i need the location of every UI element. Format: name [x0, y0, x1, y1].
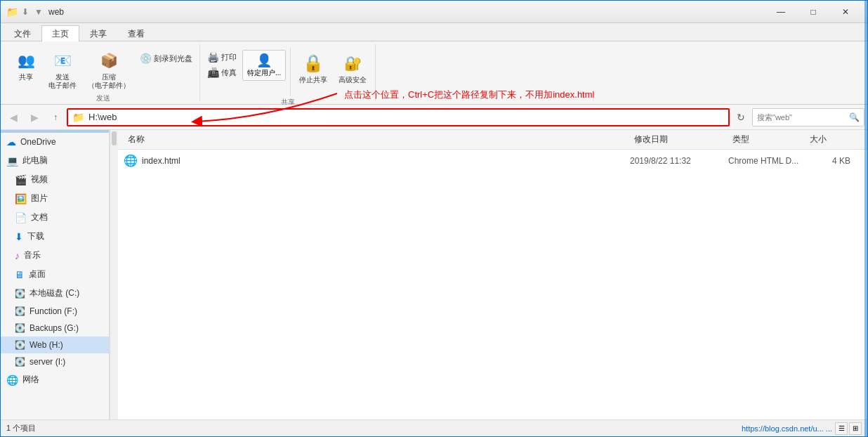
network-icon: 🌐 — [6, 374, 18, 386]
sidebar-item-web-h[interactable]: 💽 Web (H:) — [1, 337, 109, 353]
sidebar-scroll-thumb — [112, 131, 117, 145]
col-name[interactable]: 名称 — [124, 132, 630, 147]
window-title: web — [48, 7, 765, 17]
pictures-icon: 🖼️ — [15, 193, 27, 204]
explorer-window: 📁 ⬇ ▼ web — □ ✕ 文件 主页 共享 查看 — [0, 0, 868, 437]
sidebar-item-server-i[interactable]: 💽 server (I:) — [1, 353, 109, 370]
status-bar: 1 个项目 https://blog.csdn.net/u... ... ☰ ⊞ — [1, 419, 867, 436]
file-row-index-html[interactable]: 🌐 index.html 2019/8/22 11:32 Chrome HTML… — [118, 150, 867, 172]
main-area: ☁ OneDrive 💻 此电脑 🎬 视频 🖼️ 图片 📄 文档 ⬇ 下载 — [1, 130, 867, 419]
ribbon-share-group: 🖨️ 打印 📠 传真 👤 特定用户... — [200, 44, 376, 101]
desktop-icon: 🖥 — [15, 269, 25, 280]
videos-icon: 🎬 — [15, 174, 27, 185]
status-url: https://blog.csdn.net/u... ... — [742, 424, 832, 433]
col-type[interactable]: 类型 — [728, 132, 805, 147]
col-size[interactable]: 大小 — [805, 132, 862, 147]
compress-button[interactable]: 📦 压缩（电子邮件） — [84, 47, 134, 92]
back-button[interactable]: ◀ — [4, 107, 23, 127]
print-icon: 🖨️ — [207, 51, 219, 63]
sidebar-item-pictures[interactable]: 🖼️ 图片 — [1, 189, 109, 208]
specific-user-col: 👤 特定用户... — [242, 50, 286, 96]
title-bar-icons: 📁 ⬇ ▼ — [6, 6, 44, 18]
this-pc-icon: 💻 — [6, 155, 18, 167]
large-icons-view-icon[interactable]: ⊞ — [849, 422, 862, 435]
tab-share[interactable]: 共享 — [79, 25, 117, 41]
search-bar: 🔍 — [752, 108, 864, 126]
email-icon: 📧 — [51, 49, 74, 72]
share-group-content: 🖨️ 打印 📠 传真 👤 特定用户... — [204, 47, 371, 96]
compress-icon: 📦 — [98, 49, 120, 72]
address-bar[interactable]: 📁 H:\web — [67, 108, 730, 126]
status-item-count: 1 个项目 — [6, 423, 36, 433]
address-bar-container: 📁 H:\web — [67, 108, 730, 126]
local-c-icon: 💽 — [15, 289, 25, 299]
file-name: index.html — [142, 156, 630, 166]
sidebar-item-function-f[interactable]: 💽 Function (F:) — [1, 303, 109, 320]
sidebar-item-onedrive[interactable]: ☁ OneDrive — [1, 133, 109, 151]
tab-home[interactable]: 主页 — [41, 25, 79, 41]
advanced-security-button[interactable]: 🔐 高级安全 — [334, 50, 371, 86]
file-date: 2019/8/22 11:32 — [630, 156, 728, 166]
function-f-icon: 💽 — [15, 306, 25, 316]
up-button[interactable]: ↑ — [46, 107, 65, 127]
view-icons: ☰ ⊞ — [835, 422, 862, 435]
sidebar: ☁ OneDrive 💻 此电脑 🎬 视频 🖼️ 图片 📄 文档 ⬇ 下载 — [1, 130, 110, 419]
file-area: 名称 修改日期 类型 大小 🌐 index.html 2019/8/22 11:… — [118, 130, 867, 419]
tab-file[interactable]: 文件 — [4, 25, 41, 41]
share-stop-col: 🔒 停止共享 — [295, 50, 331, 96]
print-fax-col: 🖨️ 打印 📠 传真 — [204, 50, 239, 96]
sidebar-item-music[interactable]: ♪ 音乐 — [1, 246, 109, 265]
status-right: https://blog.csdn.net/u... ... ☰ ⊞ — [742, 422, 862, 435]
fax-button[interactable]: 📠 传真 — [204, 65, 239, 79]
details-view-icon[interactable]: ☰ — [835, 422, 848, 435]
tab-view[interactable]: 查看 — [117, 25, 155, 41]
compress-label: 压缩（电子邮件） — [88, 73, 130, 90]
sidebar-item-local-c[interactable]: 💽 本地磁盘 (C:) — [1, 284, 109, 303]
file-size: 4 KB — [805, 156, 862, 166]
share-button[interactable]: 👥 共享 — [11, 47, 41, 92]
share-icon: 👥 — [15, 49, 37, 72]
title-folder-icon: 📁 — [6, 6, 18, 18]
server-i-icon: 💽 — [15, 357, 25, 367]
title-controls: — □ ✕ — [765, 1, 862, 23]
sidebar-scroll-top — [1, 130, 109, 133]
stop-share-button[interactable]: 🔒 停止共享 — [295, 50, 331, 86]
sidebar-scrollbar[interactable] — [110, 130, 118, 419]
specific-user-icon: 👤 — [256, 53, 272, 68]
sidebar-item-downloads[interactable]: ⬇ 下载 — [1, 227, 109, 246]
burn-button[interactable]: 💿 刻录到光盘 — [137, 51, 195, 65]
share-inner-divider — [290, 47, 291, 96]
search-icon: 🔍 — [849, 112, 860, 122]
maximize-button[interactable]: □ — [797, 1, 829, 23]
search-input[interactable] — [757, 113, 846, 122]
nav-bar: ◀ ▶ ↑ 📁 H:\web ↻ 🔍 — [1, 105, 867, 130]
send-group-label: 发送 — [11, 92, 195, 105]
sidebar-item-backups-g[interactable]: 💽 Backups (G:) — [1, 320, 109, 337]
minimize-button[interactable]: — — [765, 1, 797, 23]
refresh-button[interactable]: ↻ — [731, 107, 751, 127]
ribbon-tabs: 文件 主页 共享 查看 — [1, 23, 867, 41]
music-icon: ♪ — [15, 250, 20, 261]
burn-icon: 💿 — [140, 53, 152, 64]
close-button[interactable]: ✕ — [829, 1, 862, 23]
email-label: 发送电子邮件 — [48, 73, 77, 90]
forward-button[interactable]: ▶ — [25, 107, 44, 127]
sidebar-item-videos[interactable]: 🎬 视频 — [1, 170, 109, 189]
col-date[interactable]: 修改日期 — [630, 132, 728, 147]
ribbon-content: 👥 共享 📧 发送电子邮件 📦 压缩（电子邮件） 💿 刻录到 — [1, 41, 867, 105]
title-doc-icon: ⬇ — [20, 6, 31, 18]
backups-g-icon: 💽 — [15, 323, 25, 333]
send-group-content: 👥 共享 📧 发送电子邮件 📦 压缩（电子邮件） 💿 刻录到 — [11, 47, 195, 92]
right-edge-bar — [864, 0, 868, 437]
specific-user-button[interactable]: 👤 特定用户... — [242, 50, 286, 81]
sidebar-item-this-pc[interactable]: 💻 此电脑 — [1, 151, 109, 170]
title-arrow-icon: ▼ — [33, 6, 44, 18]
email-button[interactable]: 📧 发送电子邮件 — [44, 47, 81, 92]
sidebar-item-desktop[interactable]: 🖥 桌面 — [1, 265, 109, 284]
print-button[interactable]: 🖨️ 打印 — [204, 50, 239, 64]
file-type: Chrome HTML D... — [728, 156, 805, 166]
share-label: 共享 — [19, 73, 33, 81]
sidebar-item-documents[interactable]: 📄 文档 — [1, 208, 109, 227]
stop-share-icon: 🔒 — [302, 52, 324, 74]
sidebar-item-network[interactable]: 🌐 网络 — [1, 370, 109, 389]
